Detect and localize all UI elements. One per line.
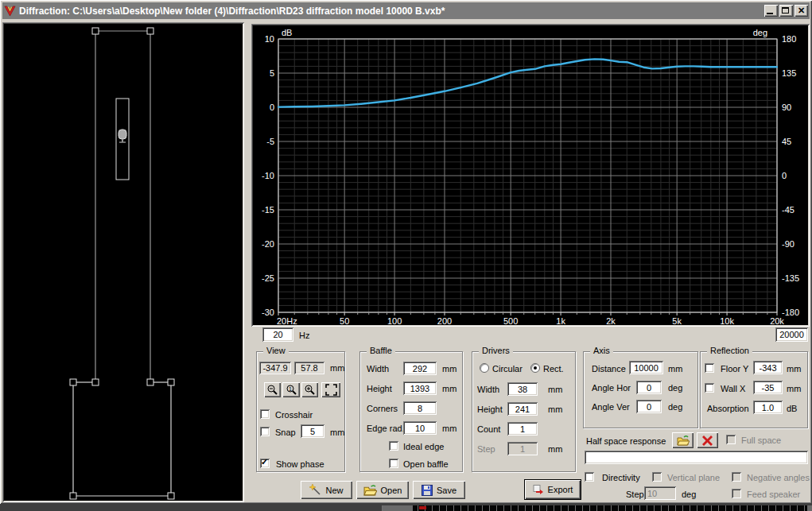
driver-step-label: Step xyxy=(477,444,495,454)
baffle-corner-handle[interactable] xyxy=(168,379,174,385)
negative-angles-label: Negative angles xyxy=(747,473,810,482)
full-space-label: Full space xyxy=(741,436,781,445)
wall-x-input[interactable] xyxy=(753,381,783,394)
axis-angle-hor-label: Angle Hor xyxy=(592,383,631,393)
clear-half-space-button[interactable] xyxy=(697,432,718,448)
baffle-corner-handle[interactable] xyxy=(147,28,153,34)
mic-icon[interactable] xyxy=(118,130,126,139)
axis-angle-hor-input[interactable] xyxy=(636,381,662,394)
freq-min-input[interactable] xyxy=(262,327,293,342)
open-baffle-checkbox[interactable] xyxy=(389,459,398,468)
open-button-label: Open xyxy=(381,486,402,495)
floor-y-input[interactable] xyxy=(753,361,783,374)
baffle-corner-handle[interactable] xyxy=(92,379,99,385)
reflection-group: Reflection Floor Y mm Wall X mm Absorpti… xyxy=(700,351,808,428)
zoom-in-button[interactable] xyxy=(301,382,318,397)
svg-text:10k: 10k xyxy=(720,316,734,325)
svg-text:10: 10 xyxy=(265,34,274,44)
wall-x-checkbox[interactable] xyxy=(705,383,714,393)
baffle-width-input[interactable] xyxy=(403,362,437,375)
axis-distance-label: Distance xyxy=(592,364,626,374)
axis-angle-ver-label: Angle Ver xyxy=(592,402,630,412)
directivity-step-unit: deg xyxy=(682,490,696,499)
axis-distance-unit: mm xyxy=(668,364,682,374)
view-group-title: View xyxy=(263,346,289,356)
snap-value-input[interactable] xyxy=(301,424,324,438)
absorption-input[interactable] xyxy=(753,401,783,414)
floor-y-checkbox[interactable] xyxy=(705,363,714,373)
minimize-button[interactable] xyxy=(764,5,778,17)
axis-distance-input[interactable] xyxy=(629,361,663,374)
directivity-step-label: Step xyxy=(626,490,644,499)
baffle-width-unit: mm xyxy=(442,364,457,374)
save-button[interactable]: Save xyxy=(413,481,465,499)
baffle-edge-rad-input[interactable] xyxy=(403,421,437,435)
directivity-label: Directivity xyxy=(602,473,640,482)
driver-circular-radio[interactable] xyxy=(480,363,489,373)
save-floppy-icon xyxy=(422,485,433,496)
baffle-corner-handle[interactable] xyxy=(168,493,174,499)
baffle-width-label: Width xyxy=(367,364,389,374)
maximize-icon xyxy=(782,7,789,14)
freq-max-input[interactable] xyxy=(775,327,808,342)
diffraction-app-window: Diffraction: C:\Users\a\Desktop\New fold… xyxy=(0,0,812,504)
driver-rect-radio[interactable] xyxy=(530,363,540,373)
titlebar[interactable]: Diffraction: C:\Users\a\Desktop\New fold… xyxy=(2,2,810,19)
save-button-label: Save xyxy=(437,486,457,495)
baffle-editor-canvas[interactable] xyxy=(2,22,244,502)
new-button[interactable]: New xyxy=(301,481,352,499)
svg-text:135: 135 xyxy=(782,68,796,78)
open-button[interactable]: Open xyxy=(356,481,409,499)
crosshair-checkbox[interactable] xyxy=(260,409,270,419)
folder-open-icon xyxy=(677,436,690,446)
driver-height-input[interactable] xyxy=(507,402,538,416)
baffle-corner-handle[interactable] xyxy=(147,379,153,385)
new-button-label: New xyxy=(325,486,343,495)
snap-checkbox[interactable] xyxy=(260,427,270,436)
baffle-corner-handle[interactable] xyxy=(70,493,76,499)
open-folder-icon xyxy=(363,485,377,496)
feed-speaker-checkbox xyxy=(732,489,741,498)
export-button[interactable]: Export xyxy=(525,480,581,499)
baffle-height-input[interactable] xyxy=(403,381,437,395)
svg-text:5: 5 xyxy=(270,68,274,78)
zoom-actual-button[interactable]: 1 xyxy=(282,382,300,397)
svg-text:-135: -135 xyxy=(782,273,799,283)
baffle-edge-rad-unit: mm xyxy=(442,424,457,433)
driver-count-input[interactable] xyxy=(507,422,538,436)
axis-angle-ver-input[interactable] xyxy=(636,400,662,413)
svg-text:0: 0 xyxy=(782,171,787,180)
baffle-outline-drawing xyxy=(4,24,243,501)
baffle-edge-rad-label: Edge rad. xyxy=(367,424,405,433)
window-title: Diffraction: C:\Users\a\Desktop\New fold… xyxy=(19,6,763,17)
floor-y-label: Floor Y xyxy=(721,364,748,374)
maximize-button[interactable] xyxy=(779,5,793,17)
baffle-group: Baffle Width mm Height mm Corners Edge r… xyxy=(359,351,463,472)
axis-angle-hor-unit: deg xyxy=(668,383,682,393)
baffle-corners-input[interactable] xyxy=(403,401,437,415)
svg-text:-180: -180 xyxy=(782,308,799,317)
ideal-edge-checkbox[interactable] xyxy=(389,441,398,451)
feed-speaker-label: Feed speaker xyxy=(747,490,800,499)
drivers-group-title: Drivers xyxy=(479,346,513,356)
driver-circular-label: Circular xyxy=(492,364,523,374)
fit-view-button[interactable] xyxy=(321,382,340,397)
driver-count-label: Count xyxy=(477,424,500,434)
baffle-corner-handle[interactable] xyxy=(92,28,99,34)
view-coord-y xyxy=(294,362,324,374)
snap-label: Snap xyxy=(275,428,296,437)
svg-text:20Hz: 20Hz xyxy=(277,316,297,325)
baffle-group-title: Baffle xyxy=(367,346,395,356)
half-space-path-input[interactable] xyxy=(585,451,808,464)
absorption-unit: dB xyxy=(787,404,797,413)
freq-min-unit: Hz xyxy=(299,331,309,340)
load-half-space-button[interactable] xyxy=(672,432,694,448)
baffle-corner-handle[interactable] xyxy=(70,379,76,385)
driver-width-input[interactable] xyxy=(507,382,538,396)
directivity-checkbox[interactable] xyxy=(585,472,594,482)
svg-text:dB: dB xyxy=(282,28,292,37)
show-phase-checkbox[interactable] xyxy=(260,459,270,468)
close-button[interactable] xyxy=(795,5,808,17)
svg-text:-15: -15 xyxy=(262,205,274,215)
zoom-out-button[interactable] xyxy=(264,382,281,397)
